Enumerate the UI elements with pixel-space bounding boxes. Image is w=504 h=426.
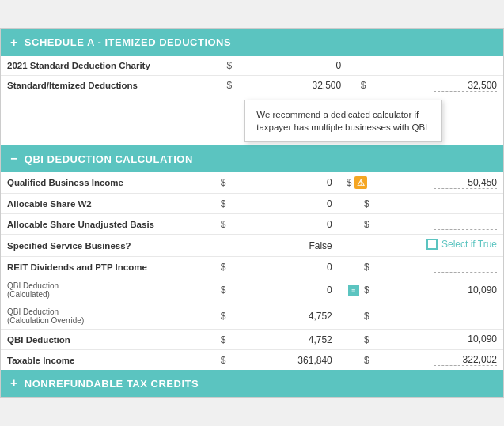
computed-value: 10,090 bbox=[434, 285, 497, 296]
qbi-title: QBI DEDUCTION CALCULATION bbox=[25, 153, 193, 165]
row-value-1[interactable] bbox=[232, 277, 338, 303]
value-input[interactable] bbox=[238, 355, 332, 366]
value-input[interactable] bbox=[238, 262, 332, 273]
table-row: Allocable Share Unadjusted Basis $ $ bbox=[1, 214, 503, 235]
nonrefundable-toggle[interactable]: + bbox=[10, 376, 18, 390]
tooltip-row: We recommend a dedicated calculator if t… bbox=[1, 96, 503, 145]
select-true-label: Select if True bbox=[441, 239, 497, 250]
row-value-1: False bbox=[232, 235, 338, 257]
row-value-1[interactable] bbox=[232, 350, 338, 371]
dollar-sign-1: $ bbox=[214, 56, 238, 76]
dollar-sign-1: $ bbox=[208, 277, 232, 303]
table-row: Standard/Itemized Deductions $ $ 32,500 bbox=[1, 75, 503, 96]
row-value-1[interactable] bbox=[232, 330, 338, 350]
row-value-2: 32,500 bbox=[372, 75, 503, 96]
row-value-1[interactable] bbox=[238, 75, 347, 96]
row-label: Qualified Business Income bbox=[1, 172, 208, 194]
value-input[interactable] bbox=[238, 311, 332, 322]
dollar-sign-2: ≡ $ bbox=[339, 277, 376, 303]
dollar-2: $ bbox=[364, 285, 369, 296]
row-label: Allocable Share W2 bbox=[1, 194, 208, 214]
value-input[interactable] bbox=[238, 285, 332, 296]
value-input[interactable] bbox=[238, 334, 332, 345]
nonrefundable-header: + NONREFUNDABLE TAX CREDITS bbox=[1, 370, 503, 397]
row-value-2: 50,450 bbox=[376, 172, 503, 194]
qbi-table: Qualified Business Income $ $ ⚠ 50,450 A… bbox=[1, 172, 503, 370]
row-value-1[interactable] bbox=[238, 56, 347, 76]
row-label: Standard/Itemized Deductions bbox=[1, 75, 214, 96]
row-value-1[interactable] bbox=[232, 194, 338, 214]
row-value-2 bbox=[376, 214, 503, 235]
value-input[interactable] bbox=[238, 177, 332, 188]
dollar-sign-1: $ bbox=[208, 330, 232, 350]
computed-value bbox=[434, 218, 497, 230]
computed-value: 10,090 bbox=[434, 334, 497, 345]
computed-value bbox=[434, 198, 497, 209]
dollar-sign-2: $ bbox=[339, 350, 376, 371]
value-input[interactable] bbox=[238, 198, 332, 209]
row-value-2 bbox=[376, 194, 503, 214]
dollar-sign-2: $ ⚠ bbox=[339, 172, 376, 194]
dollar-2: $ bbox=[347, 177, 352, 188]
row-value-1[interactable] bbox=[232, 214, 338, 235]
row-value-2: 10,090 bbox=[376, 330, 503, 350]
table-row: Specified Service Business? False Select… bbox=[1, 235, 503, 257]
dollar-sign-2: $ bbox=[339, 194, 376, 214]
dollar-sign-1: $ bbox=[208, 214, 232, 235]
table-row: Qualified Business Income $ $ ⚠ 50,450 bbox=[1, 172, 503, 194]
computed-value bbox=[434, 311, 497, 322]
row-value-1[interactable] bbox=[232, 257, 338, 277]
dollar-sign-2: $ bbox=[339, 330, 376, 350]
tooltip-box: We recommend a dedicated calculator if t… bbox=[244, 100, 442, 142]
row-label: Taxable Income bbox=[1, 350, 208, 371]
table-row: REIT Dividends and PTP Income $ $ bbox=[1, 257, 503, 277]
row-value-2: 322,002 bbox=[376, 350, 503, 371]
table-row: Allocable Share W2 $ $ bbox=[1, 194, 503, 214]
table-row: 2021 Standard Deduction Charity $ bbox=[1, 56, 503, 76]
table-row: QBI Deduction (Calculated) $ ≡ $ 10,090 bbox=[1, 277, 503, 303]
schedule-a-title: SCHEDULE A - ITEMIZED DEDUCTIONS bbox=[25, 36, 231, 48]
dollar-sign-1 bbox=[208, 235, 232, 257]
computed-value: 32,500 bbox=[434, 80, 497, 92]
nonrefundable-title: NONREFUNDABLE TAX CREDITS bbox=[25, 378, 199, 390]
row-value-2 bbox=[376, 303, 503, 330]
value-input-1[interactable] bbox=[244, 60, 341, 71]
computed-value bbox=[434, 261, 497, 273]
schedule-a-header: + SCHEDULE A - ITEMIZED DEDUCTIONS bbox=[1, 29, 503, 56]
row-value-1[interactable] bbox=[232, 303, 338, 330]
warning-icon: ⚠ bbox=[354, 176, 367, 189]
dollar-sign-2: $ bbox=[347, 75, 372, 96]
row-value-2 bbox=[376, 257, 503, 277]
dollar-sign-1: $ bbox=[208, 172, 232, 194]
row-value-2: Select if True bbox=[376, 235, 503, 257]
dollar-sign-1: $ bbox=[208, 194, 232, 214]
row-value-2: 10,090 bbox=[376, 277, 503, 303]
dollar-sign-2 bbox=[347, 56, 372, 76]
dollar-sign-2: $ bbox=[339, 303, 376, 330]
schedule-a-table: 2021 Standard Deduction Charity $ Standa… bbox=[1, 56, 503, 145]
tooltip-text: We recommend a dedicated calculator if t… bbox=[256, 110, 427, 132]
checkbox-icon[interactable] bbox=[426, 239, 438, 250]
value-input[interactable] bbox=[238, 219, 332, 230]
table-row: QBI Deduction (Calculation Override) $ $ bbox=[1, 303, 503, 330]
row-label: QBI Deduction (Calculation Override) bbox=[1, 303, 208, 330]
dollar-sign-1: $ bbox=[208, 350, 232, 371]
row-value-1[interactable] bbox=[232, 172, 338, 194]
row-label: QBI Deduction (Calculated) bbox=[1, 277, 208, 303]
schedule-a-toggle[interactable]: + bbox=[10, 36, 18, 50]
select-true-checkbox[interactable]: Select if True bbox=[426, 239, 497, 250]
row-label: REIT Dividends and PTP Income bbox=[1, 257, 208, 277]
qbi-header: − QBI DEDUCTION CALCULATION bbox=[1, 145, 503, 172]
row-value-2 bbox=[372, 56, 503, 76]
computed-value: 50,450 bbox=[434, 177, 497, 189]
dollar-sign-2: $ bbox=[339, 257, 376, 277]
dollar-sign-1: $ bbox=[208, 303, 232, 330]
value-input[interactable] bbox=[244, 80, 341, 91]
calc-icon: ≡ bbox=[348, 285, 359, 296]
table-row: QBI Deduction $ $ 10,090 bbox=[1, 330, 503, 350]
qbi-toggle[interactable]: − bbox=[10, 152, 18, 166]
row-label: QBI Deduction bbox=[1, 330, 208, 350]
row-label: Allocable Share Unadjusted Basis bbox=[1, 214, 208, 235]
dollar-sign-2: $ bbox=[339, 214, 376, 235]
main-container: + SCHEDULE A - ITEMIZED DEDUCTIONS 2021 … bbox=[0, 28, 504, 398]
